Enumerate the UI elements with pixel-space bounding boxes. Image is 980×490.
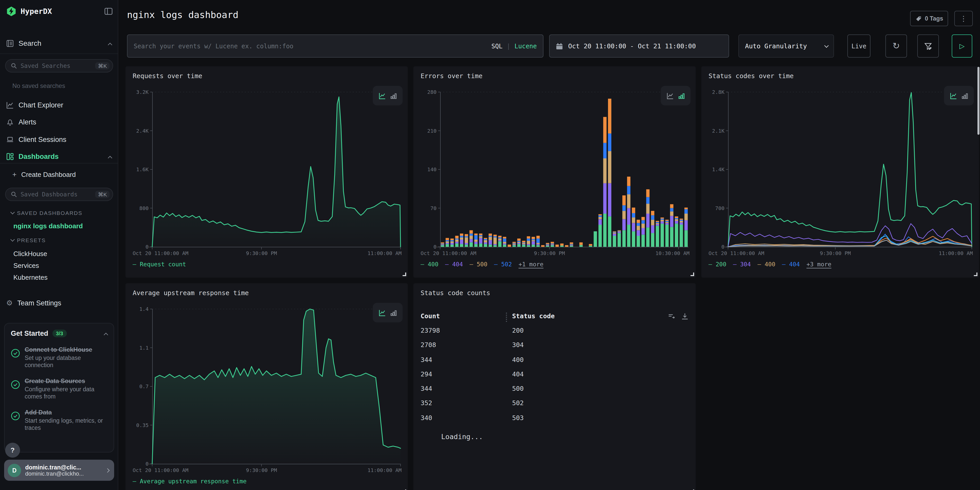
chevron-down-icon [10,237,15,242]
sidebar-item-kubernetes[interactable]: Kubernetes [13,274,48,281]
panel-title: Status code counts [421,289,490,297]
legend-more-link[interactable]: +1 more [519,261,544,268]
legend-item[interactable]: — 400 [757,261,775,268]
run-query-button[interactable]: ▷ [952,35,972,57]
date-range-picker[interactable]: Oct 20 11:00:00 - Oct 21 11:00:00 [549,35,729,57]
user-name: dominic.tran@clic... [25,464,102,470]
svg-text:140: 140 [427,166,436,172]
legend-item[interactable]: — Request count [133,261,186,268]
table-row[interactable]: 294404 [421,370,689,385]
sidebar: HyperDX Search Saved Searches ⌘K No save… [0,0,118,490]
legend-item[interactable]: — 404 [782,261,800,268]
chart-type-toggle[interactable] [373,303,402,322]
more-menu-button[interactable]: ⋮ [954,11,973,26]
x-axis-labels: Oct 20 11:00:00 AM 9:30:00 PM 11:00:00 A… [126,250,408,258]
sidebar-item-alerts[interactable]: Alerts [6,114,111,130]
legend-more-link[interactable]: +3 more [807,261,831,268]
sidebar-item-services[interactable]: Services [13,262,39,269]
cell-status-code: 503 [512,414,524,422]
check-circle-icon [11,376,20,401]
chart-type-toggle[interactable] [944,86,974,105]
gear-icon: ⚙ [6,299,13,307]
step-title: Create Data Sources [25,377,85,385]
date-range-value: Oct 20 11:00:00 - Oct 21 11:00:00 [568,42,696,50]
chart-type-toggle[interactable] [661,86,690,105]
lucene-toggle[interactable]: Lucene [514,43,537,49]
panel-status-codes-over-time: Status codes over time 07001.4K2.1K2.8K … [701,66,979,278]
resize-handle[interactable] [402,272,406,276]
table-row[interactable]: 352502 [421,399,689,414]
cell-count: 23798 [421,326,440,334]
sidebar-item-team-settings[interactable]: ⚙ Team Settings [6,299,111,307]
chart-legend: — 400— 404— 500— 502+1 more [421,261,690,268]
filter-icon [924,42,932,50]
get-started-step[interactable]: Create Data Sources Configure where your… [11,376,107,401]
saved-searches-input[interactable]: Saved Searches ⌘K [5,59,113,73]
column-header-status-code[interactable]: Status code [512,312,555,320]
chevron-up-icon[interactable] [104,332,108,337]
refresh-button[interactable]: ↻ [885,35,907,57]
table-row[interactable]: 344400 [421,356,689,370]
presets-header[interactable]: PRESETS [10,237,46,243]
resize-handle[interactable] [974,272,977,276]
sidebar-item-nginx-logs-dashboard[interactable]: nginx logs dashboard [13,222,83,230]
chart-type-toggle[interactable] [373,86,402,105]
table-row[interactable]: 2708304 [421,341,689,356]
sidebar-item-chart-explorer[interactable]: Chart Explorer [6,97,111,113]
filter-button[interactable] [917,35,939,57]
saved-searches-placeholder: Saved Searches [21,62,92,69]
svg-text:280: 280 [427,89,436,95]
column-settings-icon[interactable] [668,313,675,320]
legend-item[interactable]: — 304 [733,261,751,268]
get-started-step[interactable]: Connect to ClickHouse Set up your databa… [11,345,107,369]
panel-errors-over-time: Errors over time 070140210280 Oct 20 11:… [414,66,696,278]
play-icon: ▷ [959,42,964,50]
chevron-up-icon [108,43,112,47]
legend-item[interactable]: — 404 [445,261,463,268]
page-title: nginx logs dashboard [127,9,239,20]
legend-item[interactable]: — 200 [708,261,726,268]
sidebar-item-dashboards[interactable]: Dashboards [6,149,111,164]
download-icon[interactable] [681,313,689,320]
table-body: 2379820027083043444002944043445003525023… [421,326,689,428]
svg-text:0: 0 [145,461,149,467]
user-menu[interactable]: D dominic.tran@clic... dominic.tran@clic… [4,460,114,481]
check-circle-icon [11,345,20,369]
saved-dashboards-input[interactable]: Saved Dashboards ⌘K [5,188,113,201]
legend-item[interactable]: — 502 [494,261,512,268]
laptop-icon [6,135,14,143]
event-search-input[interactable]: Search your events w/ Lucene ex. column:… [127,35,544,57]
live-button[interactable]: Live [847,35,870,57]
legend-item[interactable]: — Average upstream response time [133,478,247,485]
collapse-sidebar-icon[interactable] [104,8,113,15]
sidebar-item-clickhouse[interactable]: ClickHouse [13,250,47,258]
scrollbar-thumb[interactable] [977,67,980,135]
table-row[interactable]: 344500 [421,385,689,399]
brand-name: HyperDX [21,7,100,16]
legend-item[interactable]: — 400 [421,261,438,268]
check-circle-icon [11,407,20,432]
svg-text:1.4: 1.4 [139,306,149,312]
tags-button[interactable]: 0 Tags [910,11,948,26]
create-dashboard-button[interactable]: + Create Dashboard [12,170,111,178]
column-header-count[interactable]: Count [421,312,440,320]
table-row[interactable]: 23798200 [421,326,689,341]
legend-item[interactable]: — 500 [470,261,487,268]
no-saved-searches-note: No saved searches [12,82,65,89]
chevron-up-icon [108,156,112,160]
shortcut-badge: ⌘K [95,62,110,69]
saved-dashboards-header[interactable]: SAVED DASHBOARDS [10,210,83,216]
column-resize-handle[interactable] [506,313,507,322]
sidebar-section-search[interactable]: Search [6,39,111,47]
sidebar-item-client-sessions[interactable]: Client Sessions [6,132,111,147]
chevron-down-icon [824,43,829,48]
get-started-step[interactable]: Add Data Start sending logs, metrics, or… [11,407,107,432]
granularity-select[interactable]: Auto Granularity [738,35,834,57]
help-button[interactable]: ? [5,443,20,458]
resize-handle[interactable] [690,272,694,276]
bar-chart-icon [390,92,397,100]
sql-toggle[interactable]: SQL [491,43,502,49]
search-section-icon [6,39,14,47]
line-chart-icon [950,92,957,100]
table-row[interactable]: 340503 [421,414,689,428]
